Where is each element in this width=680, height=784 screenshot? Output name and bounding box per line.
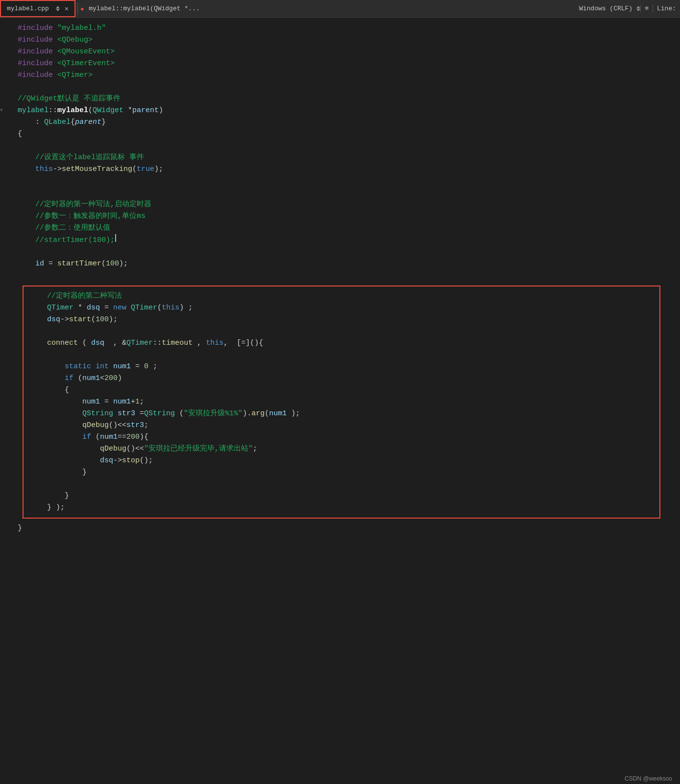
code-line-brace: } ); xyxy=(29,502,654,514)
tab-item[interactable]: mylabel.cpp ✕ xyxy=(0,0,75,17)
comment-text: //参数一：触发器的时间,单位ms xyxy=(18,211,146,222)
string-lit: "mylabel.h" xyxy=(57,23,106,34)
arrow: -> xyxy=(53,164,62,175)
space4: ); xyxy=(287,408,300,420)
close-main-brace: } xyxy=(18,523,22,534)
func-connect: connect xyxy=(29,337,78,349)
editor: ▼ #include "mylabel.h" #include <QDebug>… xyxy=(0,18,680,539)
lt: < xyxy=(100,373,104,384)
string-zh2: "安琪拉已经升级完毕,请求出站" xyxy=(144,443,253,455)
keyword-if: if xyxy=(29,373,73,384)
operator: :: xyxy=(49,105,57,117)
tab-function-sig: mylabel::mylabel(QWidget *... xyxy=(85,5,575,12)
code-line-brace: { xyxy=(18,128,670,140)
var-dsq4: dsq xyxy=(29,455,113,467)
code-line-connect: connect ( dsq , &QTimer::timeout , this,… xyxy=(29,337,654,349)
bool-true: true xyxy=(137,164,154,175)
paren-if-close: ) xyxy=(118,373,122,384)
keyword-static: static xyxy=(29,361,91,373)
code-line: #include <QTimerEvent> xyxy=(18,58,670,70)
class-name: mylabel xyxy=(18,105,49,117)
amp: & xyxy=(122,337,126,349)
code-line-constructor: mylabel::mylabel(QWidget *parent) xyxy=(18,105,670,117)
func-call: setMouseTracking xyxy=(62,164,132,175)
func-arg: arg xyxy=(251,408,265,420)
paren: ( xyxy=(157,302,162,314)
tab-indent-icon: ≡ xyxy=(640,5,653,12)
string-zh: "安琪拉升级%1%" xyxy=(184,408,243,420)
var-dsq2: dsq xyxy=(29,314,60,326)
operator: * xyxy=(123,105,132,117)
empty-line xyxy=(29,349,654,361)
param-type: QWidget xyxy=(93,105,123,117)
var-num1-5: num1 xyxy=(269,408,287,420)
var-dsq3: dsq xyxy=(91,337,104,349)
func-start: start xyxy=(69,314,91,326)
tab-close-button[interactable]: ✕ xyxy=(65,4,69,13)
fold-arrow-constructor[interactable]: ▼ xyxy=(0,105,3,117)
code-line-initializer: : QLabel{parent} xyxy=(18,117,670,128)
comment-text: //参数二：使用默认值 xyxy=(18,222,110,234)
tab-sort-button[interactable] xyxy=(56,6,60,11)
arrow-down-icon xyxy=(636,9,640,11)
paren-if2: ( xyxy=(91,431,100,443)
type-qstring2: QString xyxy=(144,408,175,420)
space-paren: ( xyxy=(78,337,91,349)
encoding-sort-button[interactable] xyxy=(636,6,640,11)
code-line-comment: //设置这个label追踪鼠标 事件 xyxy=(18,152,670,164)
param-name: parent xyxy=(132,105,159,117)
keyword-include: #include xyxy=(18,58,57,70)
paren-close: ) ; xyxy=(179,302,193,314)
func-qdebug2: qDebug xyxy=(29,443,126,455)
assign2: = xyxy=(131,361,144,373)
func-name: mylabel xyxy=(57,105,88,117)
tab-line-label: Line: xyxy=(653,5,680,12)
comma2: , xyxy=(193,337,206,349)
arrow-up-icon xyxy=(56,6,60,8)
paren: ( xyxy=(101,258,106,270)
empty-line xyxy=(18,81,670,93)
type-qtimer2: QTimer xyxy=(131,302,157,314)
arrow: -> xyxy=(60,314,69,326)
brace-close: } xyxy=(101,117,106,128)
code-line: qDebug()<<str3; xyxy=(29,420,654,431)
space xyxy=(126,302,131,314)
comma1: , xyxy=(104,337,122,349)
paren: ( xyxy=(88,105,93,117)
assign3: = xyxy=(100,396,113,408)
func-call: startTimer xyxy=(57,258,101,270)
paren6: (); xyxy=(140,455,153,467)
func-qdebug: qDebug xyxy=(29,420,109,431)
code-line: dsq->stop(); xyxy=(29,455,654,467)
operator: * xyxy=(73,302,87,314)
func-stop: stop xyxy=(122,455,140,467)
number: 100 xyxy=(106,258,119,270)
var-num1-2: num1 xyxy=(82,373,100,384)
arrow-down-icon xyxy=(56,9,60,11)
lambda: [=](){ xyxy=(237,337,263,349)
tab-encoding: Windows (CRLF) xyxy=(575,5,636,12)
paren-close: ); xyxy=(109,314,118,326)
keyword-new: new xyxy=(113,302,126,314)
semicolon: ; xyxy=(148,361,157,373)
fold-gutter: ▼ xyxy=(0,23,8,534)
empty-line xyxy=(18,246,670,258)
empty-line xyxy=(18,175,670,187)
string-lit: <QTimer> xyxy=(57,70,93,81)
paren2-close: ). xyxy=(243,408,251,420)
code-line: dsq->start(100); xyxy=(29,314,654,326)
status-bar: CSDN @weeksoo xyxy=(617,773,680,784)
var-num1-6: num1 xyxy=(100,431,118,443)
comment-code: //startTimer(100); xyxy=(18,235,115,246)
code-line-comment-code: //startTimer(100); xyxy=(18,234,670,246)
paren5: ()<< xyxy=(126,443,144,455)
paren-close: ); xyxy=(154,164,163,175)
param-ref: parent xyxy=(75,117,101,128)
semi3: ; xyxy=(144,420,148,431)
code-line: num1 = num1+1; xyxy=(29,396,654,408)
number-200: 200 xyxy=(104,373,118,384)
keyword-include: #include xyxy=(18,23,57,34)
empty-line xyxy=(18,140,670,152)
highlight-box: //定时器的第二种写法 QTimer * dsq = new QTimer(th… xyxy=(23,285,660,519)
double-colon: :: xyxy=(153,337,162,349)
